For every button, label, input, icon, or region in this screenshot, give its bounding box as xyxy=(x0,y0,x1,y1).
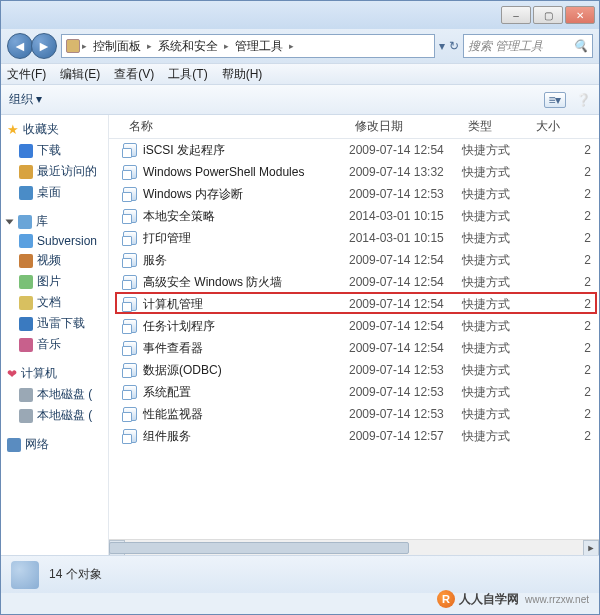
col-name[interactable]: 名称 xyxy=(123,118,349,135)
sidebar-item[interactable]: 最近访问的 xyxy=(1,161,108,182)
file-type: 快捷方式 xyxy=(462,362,530,379)
table-row[interactable]: 组件服务2009-07-14 12:57快捷方式2 xyxy=(109,425,599,447)
sidebar-item[interactable]: 下载 xyxy=(1,140,108,161)
maximize-button[interactable]: ▢ xyxy=(533,6,563,24)
addressbar: ◄ ► ▸ 控制面板 ▸ 系统和安全 ▸ 管理工具 ▸ ▾ ↻ 搜索 管理工具 … xyxy=(1,29,599,63)
toolbar-left: 组织 ▾ xyxy=(9,91,42,108)
scroll-right-icon[interactable]: ► xyxy=(583,540,599,555)
table-row[interactable]: 任务计划程序2009-07-14 12:54快捷方式2 xyxy=(109,315,599,337)
crumb-1[interactable]: 系统和安全 xyxy=(154,38,222,55)
sidebar-item-label: 迅雷下载 xyxy=(37,315,85,332)
search-input[interactable]: 搜索 管理工具 🔍 xyxy=(463,34,593,58)
dropdown-icon[interactable]: ▾ xyxy=(439,39,445,53)
table-row[interactable]: 打印管理2014-03-01 10:15快捷方式2 xyxy=(109,227,599,249)
file-type: 快捷方式 xyxy=(462,186,530,203)
file-size: 2 xyxy=(530,319,599,333)
toolbar: 组织 ▾ ≡▾ ❔ xyxy=(1,85,599,115)
file-type: 快捷方式 xyxy=(462,230,530,247)
sidebar-libraries[interactable]: 库 xyxy=(1,211,108,232)
file-date: 2009-07-14 12:53 xyxy=(349,363,462,377)
file-size: 2 xyxy=(530,231,599,245)
refresh-icon[interactable]: ↻ xyxy=(449,39,459,53)
sidebar-item[interactable]: 图片 xyxy=(1,271,108,292)
watermark-logo-icon: R xyxy=(437,590,455,608)
crumb-2[interactable]: 管理工具 xyxy=(231,38,287,55)
file-name: iSCSI 发起程序 xyxy=(143,142,225,159)
network-icon xyxy=(7,438,21,452)
chevron-right-icon: ▸ xyxy=(147,41,152,51)
file-size: 2 xyxy=(530,165,599,179)
help-icon[interactable]: ❔ xyxy=(576,93,591,107)
table-row[interactable]: 性能监视器2009-07-14 12:53快捷方式2 xyxy=(109,403,599,425)
titlebar[interactable]: – ▢ ✕ xyxy=(1,1,599,29)
col-size[interactable]: 大小 xyxy=(530,118,599,135)
col-date[interactable]: 修改日期 xyxy=(349,118,462,135)
horizontal-scrollbar[interactable]: ◄ ► xyxy=(109,539,599,555)
control-panel-icon xyxy=(66,39,80,53)
file-type: 快捷方式 xyxy=(462,296,530,313)
back-button[interactable]: ◄ xyxy=(7,33,33,59)
file-type: 快捷方式 xyxy=(462,274,530,291)
file-name: 打印管理 xyxy=(143,230,191,247)
content-pane: 名称 修改日期 类型 大小 iSCSI 发起程序2009-07-14 12:54… xyxy=(109,115,599,555)
table-row[interactable]: 服务2009-07-14 12:54快捷方式2 xyxy=(109,249,599,271)
close-button[interactable]: ✕ xyxy=(565,6,595,24)
menu-help[interactable]: 帮助(H) xyxy=(222,66,263,83)
table-row[interactable]: 计算机管理2009-07-14 12:54快捷方式2 xyxy=(109,293,599,315)
menu-view[interactable]: 查看(V) xyxy=(114,66,154,83)
forward-button[interactable]: ► xyxy=(31,33,57,59)
sidebar-item[interactable]: 文档 xyxy=(1,292,108,313)
sidebar-item[interactable]: Subversion xyxy=(1,232,108,250)
col-type[interactable]: 类型 xyxy=(462,118,530,135)
sidebar-item-label: Subversion xyxy=(37,234,97,248)
shortcut-icon xyxy=(123,297,137,311)
table-row[interactable]: 高级安全 Windows 防火墙2009-07-14 12:54快捷方式2 xyxy=(109,271,599,293)
folder-icon xyxy=(19,186,33,200)
sidebar-network[interactable]: 网络 xyxy=(1,434,108,455)
favorites-label: 收藏夹 xyxy=(23,121,59,138)
window-controls: – ▢ ✕ xyxy=(501,6,595,24)
file-name: 高级安全 Windows 防火墙 xyxy=(143,274,282,291)
sidebar-item[interactable]: 迅雷下载 xyxy=(1,313,108,334)
shortcut-icon xyxy=(123,231,137,245)
sidebar-computer[interactable]: ❤ 计算机 xyxy=(1,363,108,384)
chevron-right-icon: ▸ xyxy=(82,41,87,51)
crumb-0[interactable]: 控制面板 xyxy=(89,38,145,55)
shortcut-icon xyxy=(123,275,137,289)
sidebar-item-label: 本地磁盘 ( xyxy=(37,386,92,403)
table-row[interactable]: 系统配置2009-07-14 12:53快捷方式2 xyxy=(109,381,599,403)
shortcut-icon xyxy=(123,319,137,333)
file-name: 计算机管理 xyxy=(143,296,203,313)
table-row[interactable]: 本地安全策略2014-03-01 10:15快捷方式2 xyxy=(109,205,599,227)
sidebar-favorites[interactable]: ★ 收藏夹 xyxy=(1,119,108,140)
file-size: 2 xyxy=(530,275,599,289)
table-row[interactable]: Windows PowerShell Modules2009-07-14 13:… xyxy=(109,161,599,183)
network-label: 网络 xyxy=(25,436,49,453)
table-row[interactable]: 数据源(ODBC)2009-07-14 12:53快捷方式2 xyxy=(109,359,599,381)
file-type: 快捷方式 xyxy=(462,384,530,401)
watermark-url: www.rrzxw.net xyxy=(525,594,589,605)
file-name: 数据源(ODBC) xyxy=(143,362,222,379)
view-options-icon[interactable]: ≡▾ xyxy=(544,92,566,108)
menu-tools[interactable]: 工具(T) xyxy=(168,66,207,83)
search-icon: 🔍 xyxy=(573,39,588,53)
sidebar-item[interactable]: 桌面 xyxy=(1,182,108,203)
sidebar: ★ 收藏夹 下载最近访问的桌面 库 Subversion视频图片文档迅雷下载音乐… xyxy=(1,115,109,555)
table-row[interactable]: iSCSI 发起程序2009-07-14 12:54快捷方式2 xyxy=(109,139,599,161)
sidebar-item-drive[interactable]: 本地磁盘 ( xyxy=(1,405,108,426)
table-row[interactable]: 事件查看器2009-07-14 12:54快捷方式2 xyxy=(109,337,599,359)
file-type: 快捷方式 xyxy=(462,164,530,181)
table-row[interactable]: Windows 内存诊断2009-07-14 12:53快捷方式2 xyxy=(109,183,599,205)
menu-edit[interactable]: 编辑(E) xyxy=(60,66,100,83)
sidebar-item[interactable]: 视频 xyxy=(1,250,108,271)
library-icon xyxy=(19,275,33,289)
menu-file[interactable]: 文件(F) xyxy=(7,66,46,83)
sidebar-item[interactable]: 音乐 xyxy=(1,334,108,355)
breadcrumb[interactable]: ▸ 控制面板 ▸ 系统和安全 ▸ 管理工具 ▸ xyxy=(61,34,435,58)
scroll-thumb[interactable] xyxy=(109,542,409,554)
library-icon xyxy=(19,296,33,310)
sidebar-item-drive[interactable]: 本地磁盘 ( xyxy=(1,384,108,405)
file-type: 快捷方式 xyxy=(462,428,530,445)
minimize-button[interactable]: – xyxy=(501,6,531,24)
organize-button[interactable]: 组织 ▾ xyxy=(9,91,42,108)
